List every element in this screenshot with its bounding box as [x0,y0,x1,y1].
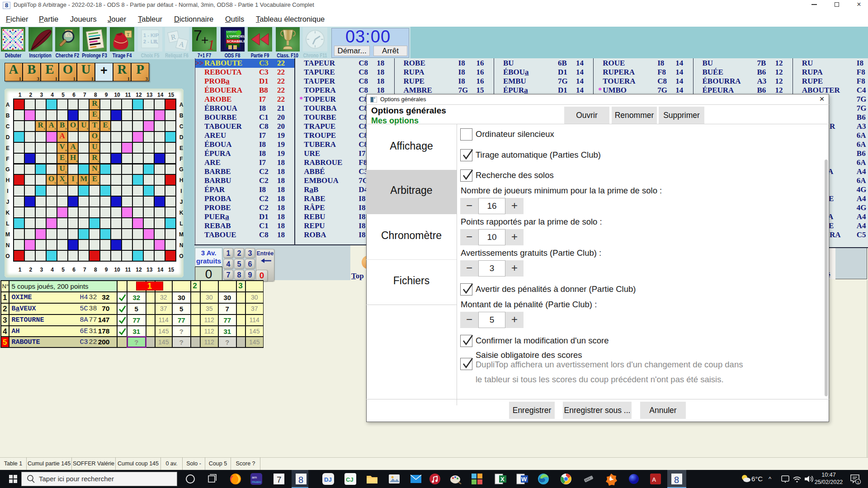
svg-text:1: 1 [857,480,859,484]
svg-text:am: am [252,475,257,479]
svg-text:A: A [652,476,656,483]
svg-text:8: 8 [674,475,679,485]
svg-text:T: T [127,32,130,37]
svg-text:X: X [500,476,505,483]
svg-text:SCRABBLE: SCRABBLE [226,39,245,43]
svg-text:L'OFFICIEL: L'OFFICIEL [227,34,245,38]
svg-text:7: 7 [277,475,282,484]
svg-text:DJ: DJ [324,476,332,483]
svg-text:W: W [521,476,527,483]
svg-text:CJ: CJ [346,476,354,483]
svg-text:1: 1 [208,37,215,52]
svg-text:8: 8 [298,475,303,485]
svg-text:1 - KIP: 1 - KIP [143,33,159,38]
svg-text:music: music [252,480,261,484]
